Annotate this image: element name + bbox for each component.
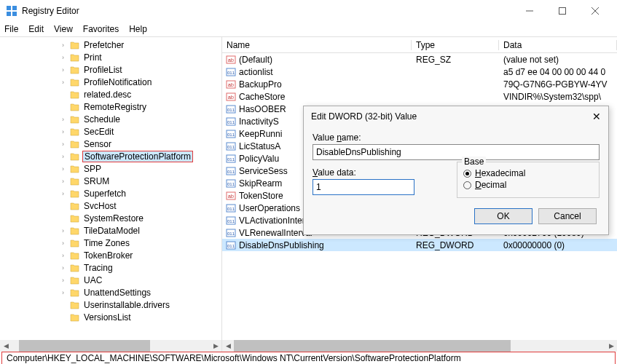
tree-item-label: SecEdit bbox=[82, 127, 115, 137]
ok-button[interactable]: OK bbox=[474, 208, 532, 224]
tree-item[interactable]: SystemRestore bbox=[0, 212, 221, 224]
value-name: VLRenewalInterval bbox=[239, 228, 313, 238]
svg-text:011: 011 bbox=[227, 207, 235, 211]
chevron-icon: › bbox=[62, 240, 69, 247]
col-type[interactable]: Type bbox=[412, 40, 499, 50]
value-icon: 011 bbox=[225, 228, 237, 238]
tree-item-label: Userinstallable.drivers bbox=[82, 300, 171, 310]
window-title: Registry Editor bbox=[22, 6, 513, 16]
tree-item[interactable]: ›Sensor bbox=[0, 138, 221, 150]
col-name[interactable]: Name bbox=[222, 40, 412, 50]
svg-text:011: 011 bbox=[227, 170, 235, 174]
list-row[interactable]: 011actionlista5 d7 ee 04 00 00 00 44 0 bbox=[222, 66, 617, 78]
list-row[interactable]: 011DisableDnsPublishingREG_DWORD0x000000… bbox=[222, 239, 617, 251]
dialog-close-button[interactable]: ✕ bbox=[581, 111, 601, 122]
tree-item[interactable]: ›SPP bbox=[0, 162, 221, 175]
tree-item[interactable]: ›Tracing bbox=[0, 261, 221, 274]
tree-item[interactable]: ›Prefetcher bbox=[0, 39, 221, 51]
tree-item-label: SystemRestore bbox=[82, 213, 145, 223]
menu-file[interactable]: File bbox=[4, 24, 18, 34]
valuedata-label: Value data: bbox=[313, 167, 442, 178]
list-header: Name Type Data bbox=[222, 37, 617, 53]
value-type: REG_SZ bbox=[412, 55, 499, 65]
folder-icon bbox=[69, 164, 81, 174]
radio-decimal[interactable]: Decimal bbox=[463, 180, 593, 190]
value-name: UserOperations bbox=[239, 203, 300, 213]
folder-icon bbox=[69, 65, 81, 75]
list-row[interactable]: abCacheStoreVINDIR%\System32\spp\ bbox=[222, 90, 617, 103]
tree-item[interactable]: ›SRUM bbox=[0, 175, 221, 187]
cancel-button[interactable]: Cancel bbox=[538, 208, 597, 224]
tree-item[interactable]: Userinstallable.drivers bbox=[0, 298, 221, 311]
svg-rect-1 bbox=[12, 6, 17, 10]
tree-item[interactable]: ›Print bbox=[0, 51, 221, 63]
tree-item[interactable]: ›ProfileList bbox=[0, 63, 221, 76]
chevron-icon: › bbox=[62, 79, 69, 86]
title-bar: Registry Editor bbox=[0, 0, 617, 22]
folder-icon bbox=[69, 238, 81, 248]
svg-rect-3 bbox=[12, 12, 17, 16]
minimize-button[interactable] bbox=[513, 0, 546, 22]
value-icon: 011 bbox=[225, 203, 237, 213]
value-icon: ab bbox=[225, 79, 237, 90]
tree-item[interactable]: SvcHost bbox=[0, 199, 221, 212]
tree-item-label: ProfileList bbox=[82, 65, 124, 75]
svg-rect-0 bbox=[7, 6, 11, 10]
valuename-input[interactable] bbox=[313, 144, 600, 160]
folder-icon bbox=[69, 139, 81, 149]
folder-icon bbox=[69, 312, 81, 323]
tree-item-label: SRUM bbox=[82, 176, 111, 186]
tree-item[interactable]: ›ProfileNotification bbox=[0, 76, 221, 88]
value-icon: 011 bbox=[225, 240, 237, 250]
value-name: SkipRearm bbox=[239, 178, 282, 189]
folder-icon bbox=[69, 250, 81, 261]
folder-icon bbox=[69, 213, 81, 223]
tree-item[interactable]: ›UnattendSettings bbox=[0, 286, 221, 298]
menu-view[interactable]: View bbox=[54, 24, 73, 34]
chevron-icon: › bbox=[62, 141, 69, 148]
folder-icon bbox=[69, 275, 81, 285]
valuedata-input[interactable] bbox=[313, 179, 414, 195]
menu-edit[interactable]: Edit bbox=[28, 24, 44, 34]
valuename-label: Value name: bbox=[313, 132, 600, 143]
close-button[interactable] bbox=[578, 0, 611, 22]
tree-item[interactable]: ›Superfetch bbox=[0, 187, 221, 199]
col-data[interactable]: Data bbox=[499, 40, 617, 50]
folder-icon bbox=[69, 127, 81, 137]
tree-item-label: UAC bbox=[82, 275, 103, 285]
svg-text:011: 011 bbox=[227, 157, 235, 162]
tree-item-label: Time Zones bbox=[82, 238, 131, 248]
chevron-icon: › bbox=[62, 178, 69, 185]
radio-hexadecimal[interactable]: Hexadecimal bbox=[463, 168, 593, 178]
tree-item[interactable]: ›Time Zones bbox=[0, 237, 221, 249]
tree-item[interactable]: VersionsList bbox=[0, 311, 221, 323]
list-hscrollbar[interactable]: ◀ ▶ bbox=[222, 340, 617, 352]
status-bar: Computer\HKEY_LOCAL_MACHINE\SOFTWARE\Mic… bbox=[1, 352, 616, 364]
list-row[interactable]: abBackupPro79Q-G7N6G-PGBYW-4YV bbox=[222, 78, 617, 90]
chevron-icon: › bbox=[62, 264, 69, 272]
tree-item[interactable]: ›SecEdit bbox=[0, 125, 221, 138]
tree-item[interactable]: ›UAC bbox=[0, 274, 221, 286]
svg-text:011: 011 bbox=[227, 182, 235, 186]
folder-icon bbox=[69, 189, 81, 199]
value-data: 79Q-G7N6G-PGBYW-4YV bbox=[499, 79, 617, 90]
tree-item[interactable]: related.desc bbox=[0, 88, 221, 100]
value-icon: 011 bbox=[225, 178, 237, 189]
svg-text:011: 011 bbox=[227, 244, 235, 248]
tree-item[interactable]: ›Schedule bbox=[0, 113, 221, 125]
list-row[interactable]: ab(Default)REG_SZ(value not set) bbox=[222, 53, 617, 66]
menu-favorites[interactable]: Favorites bbox=[83, 24, 119, 34]
edit-dword-dialog: Edit DWORD (32-bit) Value ✕ Value name: … bbox=[303, 106, 609, 235]
tree-item[interactable]: ›SoftwareProtectionPlatform bbox=[0, 150, 221, 162]
value-icon: 011 bbox=[225, 215, 237, 226]
tree-item[interactable]: ›TileDataModel bbox=[0, 224, 221, 237]
menu-help[interactable]: Help bbox=[129, 24, 147, 34]
svg-text:011: 011 bbox=[227, 108, 235, 112]
chevron-icon: › bbox=[62, 277, 69, 284]
tree-hscrollbar[interactable]: ◀ ▶ bbox=[0, 340, 221, 352]
maximize-button[interactable] bbox=[546, 0, 578, 22]
dialog-title: Edit DWORD (32-bit) Value bbox=[311, 111, 581, 122]
tree-item[interactable]: ›TokenBroker bbox=[0, 249, 221, 261]
tree-item[interactable]: RemoteRegistry bbox=[0, 100, 221, 113]
folder-icon bbox=[69, 201, 81, 211]
